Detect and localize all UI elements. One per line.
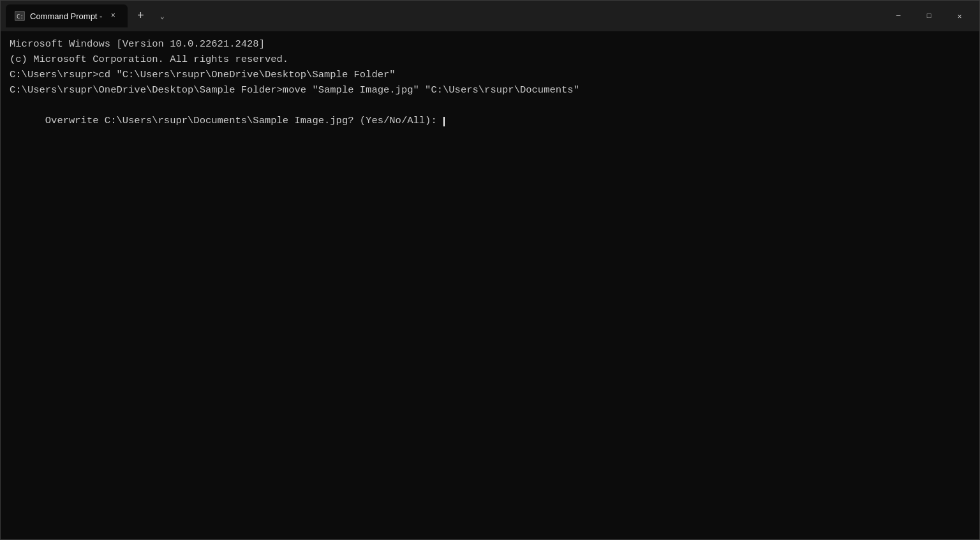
- cmd-icon: C:: [15, 11, 25, 21]
- tab-title: Command Prompt -: [30, 11, 102, 21]
- tab-close-button[interactable]: ×: [107, 10, 119, 22]
- window-controls: ─ □ ✕: [884, 6, 974, 26]
- minimize-button[interactable]: ─: [884, 6, 913, 26]
- title-bar: C: Command Prompt - × + ⌄ ─ □ ✕: [1, 1, 979, 31]
- dropdown-button[interactable]: ⌄: [153, 7, 171, 25]
- new-tab-button[interactable]: +: [130, 6, 151, 26]
- close-button[interactable]: ✕: [945, 6, 974, 26]
- active-tab[interactable]: C: Command Prompt - ×: [6, 4, 128, 27]
- svg-text:C:: C:: [17, 13, 24, 20]
- terminal-line-2: (c) Microsoft Corporation. All rights re…: [10, 52, 970, 67]
- prompt-text: Overwrite C:\Users\rsupr\Documents\Sampl…: [45, 115, 443, 126]
- terminal-line-4: C:\Users\rsupr>cd "C:\Users\rsupr\OneDri…: [10, 67, 970, 82]
- title-bar-left: C: Command Prompt - × + ⌄: [6, 4, 884, 27]
- terminal-line-1: Microsoft Windows [Version 10.0.22621.24…: [10, 36, 970, 52]
- terminal-line-7: Overwrite C:\Users\rsupr\Documents\Sampl…: [10, 98, 970, 144]
- terminal-window: C: Command Prompt - × + ⌄ ─ □ ✕ Microsof…: [0, 0, 980, 540]
- maximize-button[interactable]: □: [914, 6, 944, 26]
- terminal-line-6: C:\Users\rsupr\OneDrive\Desktop\Sample F…: [10, 82, 970, 98]
- terminal-body[interactable]: Microsoft Windows [Version 10.0.22621.24…: [1, 31, 979, 539]
- cursor: [443, 117, 445, 127]
